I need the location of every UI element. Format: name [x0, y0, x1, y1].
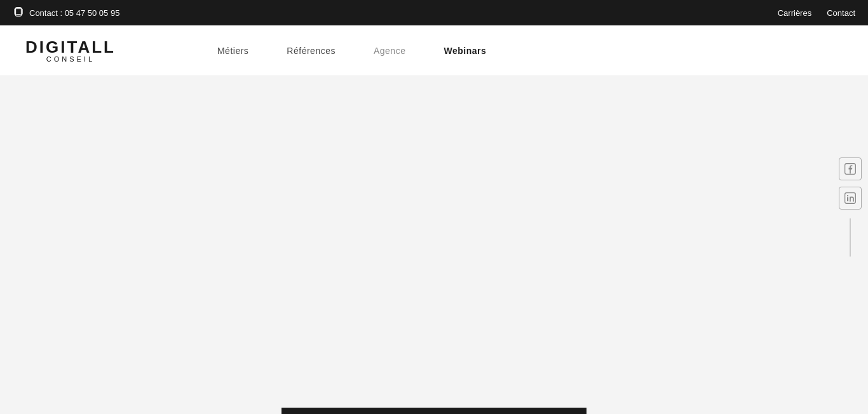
nav-item-webinars[interactable]: Webinars	[444, 46, 486, 56]
logo[interactable]: DIGITALL CONSEIL	[25, 39, 116, 63]
facebook-button[interactable]	[839, 157, 862, 180]
linkedin-button[interactable]	[839, 187, 862, 210]
social-sidebar	[839, 157, 868, 257]
top-nav: Carrières Contact	[778, 8, 855, 18]
bottom-bar	[281, 408, 587, 414]
social-divider	[850, 218, 851, 257]
nav-item-agence[interactable]: Agence	[374, 46, 405, 56]
main-header: DIGITALL CONSEIL Métiers Références Agen…	[0, 25, 868, 76]
logo-brand: DIGITALL	[25, 39, 116, 55]
phone-icon	[13, 7, 24, 18]
main-nav: Métiers Références Agence Webinars	[217, 46, 843, 56]
nav-item-metiers[interactable]: Métiers	[217, 46, 248, 56]
svg-point-6	[847, 195, 848, 196]
main-content	[0, 76, 868, 414]
nav-item-references[interactable]: Références	[287, 46, 336, 56]
carrieres-link[interactable]: Carrières	[778, 8, 811, 18]
top-bar: Contact : 05 47 50 05 95 Carrières Conta…	[0, 0, 868, 25]
contact-link[interactable]: Contact	[827, 8, 855, 18]
contact-info: Contact : 05 47 50 05 95	[13, 7, 119, 18]
logo-sub: CONSEIL	[46, 55, 95, 63]
svg-rect-5	[847, 197, 848, 201]
contact-label: Contact : 05 47 50 05 95	[29, 8, 119, 18]
